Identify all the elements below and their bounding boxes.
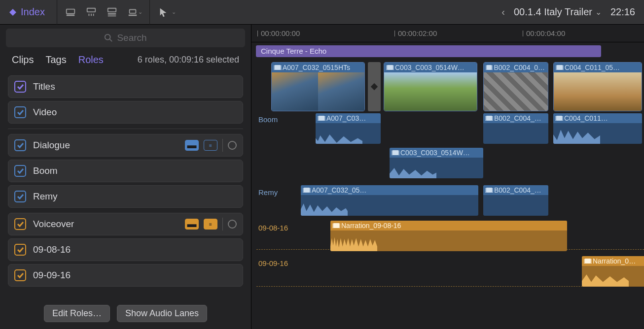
film-icon xyxy=(275,65,281,70)
checkbox[interactable] xyxy=(14,191,26,202)
edit-roles-button[interactable]: Edit Roles… xyxy=(44,305,110,322)
back-button[interactable]: ‹ xyxy=(501,6,505,18)
checkbox[interactable] xyxy=(14,218,26,230)
tab-roles[interactable]: Roles xyxy=(78,54,104,66)
subrole-boom[interactable]: Boom xyxy=(8,160,243,182)
role-dialogue[interactable]: Dialogue ▬ ≡ xyxy=(8,134,243,157)
diamond-icon xyxy=(9,8,17,16)
svg-rect-6 xyxy=(130,9,136,13)
tab-clips[interactable]: Clips xyxy=(12,54,34,66)
search-input[interactable]: Search xyxy=(6,29,245,47)
film-icon xyxy=(393,150,398,155)
audio-clip[interactable]: C003_C003_0514W… xyxy=(390,148,483,178)
subrole-remy[interactable]: Remy xyxy=(8,185,243,208)
lanes-button[interactable]: ≡ xyxy=(204,140,217,151)
compound-clip-label[interactable]: Cinque Terre - Echo xyxy=(256,45,601,57)
appearance-button-3[interactable] xyxy=(105,5,119,20)
pointer-tool[interactable] xyxy=(156,5,171,20)
video-clip[interactable]: C003_C003_0514W… xyxy=(384,62,477,111)
focus-button[interactable]: ▬ xyxy=(185,140,199,151)
video-clip[interactable]: A007_C032_0515HTs xyxy=(271,62,365,111)
roles-info: 6 roles, 00:09:16 selected xyxy=(138,55,239,65)
audio-clip[interactable]: C004_C011… xyxy=(553,113,642,144)
tab-tags[interactable]: Tags xyxy=(45,54,66,66)
solo-button[interactable] xyxy=(228,220,237,229)
project-title[interactable]: 00.1.4 Italy Trailer ⌄ xyxy=(514,6,602,18)
audio-clip[interactable]: Narration_09-08-16 xyxy=(330,221,567,251)
role-voiceover[interactable]: Voiceover ▬ ≡ xyxy=(8,213,243,235)
ruler-tick: 00:00:04:00 xyxy=(523,29,565,37)
chevron-down-icon: ⌄ xyxy=(595,7,602,17)
role-video[interactable]: Video xyxy=(8,101,243,124)
separator xyxy=(149,0,150,25)
index-button[interactable]: Index xyxy=(0,6,54,18)
subrole-09-08-16[interactable]: 09-08-16 xyxy=(8,238,243,261)
appearance-button-2[interactable] xyxy=(84,5,99,20)
search-icon xyxy=(104,33,113,42)
film-icon xyxy=(585,259,591,263)
solo-button[interactable] xyxy=(228,141,237,150)
role-titles[interactable]: Titles xyxy=(8,75,243,98)
project-timecode: 22:16 xyxy=(610,6,635,18)
svg-point-8 xyxy=(105,34,110,40)
film-icon xyxy=(557,65,563,70)
sidebar-footer: Edit Roles… Show Audio Lanes xyxy=(0,300,251,329)
timeline[interactable]: 00:00:00:00 00:00:02:00 00:00:04:00 Cinq… xyxy=(251,25,644,329)
film-icon xyxy=(486,188,492,193)
roles-list: Titles Video Dialogue ▬ ≡ xyxy=(0,71,251,300)
svg-rect-7 xyxy=(129,14,137,16)
film-icon xyxy=(333,223,339,228)
svg-rect-5 xyxy=(108,15,116,16)
index-tabbar: Clips Tags Roles 6 roles, 00:09:16 selec… xyxy=(0,47,251,71)
video-clip[interactable]: B002_C004_0… xyxy=(483,62,548,111)
chevron-down-icon[interactable]: ⌄ xyxy=(172,9,176,15)
subrole-09-09-16[interactable]: 09-09-16 xyxy=(8,264,243,287)
chevron-down-icon[interactable]: ⌄ xyxy=(138,9,143,15)
film-icon xyxy=(556,116,562,121)
checkbox[interactable] xyxy=(14,139,26,151)
appearance-button-1[interactable] xyxy=(63,5,78,20)
audio-clip[interactable]: Narration_0… xyxy=(582,256,644,287)
svg-rect-4 xyxy=(108,13,116,14)
video-clip[interactable]: C004_C011_05… xyxy=(553,62,642,111)
lanes-button[interactable]: ≡ xyxy=(204,219,217,230)
top-toolbar: Index ⌄ ⌄ ‹ 00.1.4 Italy Trailer ⌄ 22:16 xyxy=(0,0,644,25)
audio-clip[interactable]: A007_C03… xyxy=(316,113,381,144)
index-label: Index xyxy=(21,6,45,18)
svg-rect-0 xyxy=(67,9,75,13)
svg-rect-1 xyxy=(67,14,75,16)
index-sidebar: Search Clips Tags Roles 6 roles, 00:09:1… xyxy=(0,25,251,329)
transition[interactable] xyxy=(368,62,381,111)
divider xyxy=(8,129,243,129)
film-icon xyxy=(486,116,492,121)
audio-clip[interactable]: B002_C004_… xyxy=(483,113,548,144)
ruler-tick: 00:00:02:00 xyxy=(394,29,437,37)
film-icon xyxy=(387,65,393,70)
show-audio-lanes-button[interactable]: Show Audio Lanes xyxy=(117,305,207,322)
svg-rect-2 xyxy=(87,8,96,11)
audio-clip[interactable]: B002_C004_… xyxy=(483,185,548,216)
separator xyxy=(57,0,57,25)
checkbox[interactable] xyxy=(14,269,26,281)
checkbox[interactable] xyxy=(14,165,26,177)
focus-button[interactable]: ▬ xyxy=(185,219,199,230)
film-icon xyxy=(487,65,492,70)
ruler-tick: 00:00:00:00 xyxy=(257,29,300,37)
primary-storyline: A007_C032_0515HTs C003_C003_0514W… B002_… xyxy=(256,62,644,111)
checkbox[interactable] xyxy=(14,81,26,93)
svg-rect-3 xyxy=(108,8,116,11)
checkbox[interactable] xyxy=(14,244,26,256)
audio-clip[interactable]: A007_C032_05… xyxy=(301,185,478,216)
time-ruler[interactable]: 00:00:00:00 00:00:02:00 00:00:04:00 xyxy=(251,25,644,42)
film-icon xyxy=(319,116,324,121)
checkbox[interactable] xyxy=(14,106,26,118)
film-icon xyxy=(304,188,310,193)
